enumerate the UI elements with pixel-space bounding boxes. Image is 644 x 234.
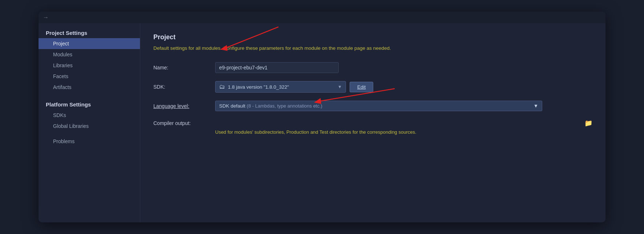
- sdk-value-text: 1.8 java version "1.8.0_322": [228, 84, 289, 90]
- sidebar-item-modules[interactable]: Modules: [39, 49, 140, 60]
- compiler-input-wrapper: 📁: [215, 119, 592, 127]
- language-level-dropdown[interactable]: SDK default (8 - Lambdas, type annotatio…: [215, 101, 542, 111]
- sidebar-item-sdks[interactable]: SDKs: [39, 110, 140, 121]
- sidebar-item-libraries[interactable]: Libraries: [39, 60, 140, 71]
- sidebar-item-global-libraries[interactable]: Global Libraries: [39, 121, 140, 132]
- sdk-dropdown[interactable]: 🗂 1.8 java version "1.8.0_322" ▼: [215, 81, 346, 93]
- language-level-hint: (8 - Lambdas, type annotations etc.): [247, 103, 322, 109]
- sidebar-item-project[interactable]: Project: [39, 38, 140, 49]
- edit-button[interactable]: Edit: [350, 82, 373, 92]
- project-settings-header: Project Settings: [39, 26, 140, 38]
- sdk-dropdown-arrow-icon: ▼: [338, 84, 342, 89]
- sdk-wrapper: 🗂 1.8 java version "1.8.0_322" ▼ Edit: [215, 81, 373, 93]
- sidebar: Project Settings Project Modules Librari…: [39, 23, 140, 222]
- project-description: Default settings for all modules. Config…: [153, 45, 592, 52]
- forward-arrow-icon: →: [43, 14, 49, 21]
- language-level-label: Language level:: [153, 103, 215, 109]
- sdk-label: SDK:: [153, 84, 215, 90]
- language-level-row: Language level: SDK default (8 - Lambdas…: [153, 101, 592, 111]
- sidebar-item-artifacts[interactable]: Artifacts: [39, 82, 140, 93]
- compiler-output-row: Compiler output: 📁: [153, 119, 592, 127]
- name-row: Name:: [153, 62, 592, 73]
- main-content: Project Settings Project Modules Librari…: [39, 23, 605, 222]
- compiler-output-label: Compiler output:: [153, 120, 215, 126]
- titlebar: →: [39, 12, 605, 23]
- sidebar-item-facets[interactable]: Facets: [39, 71, 140, 82]
- page-title: Project: [153, 33, 592, 41]
- project-settings-window: → Project Settings Project Modules Libra…: [39, 12, 605, 222]
- compiler-browse-icon[interactable]: 📁: [584, 119, 592, 127]
- language-level-value: SDK default: [219, 103, 245, 109]
- name-input[interactable]: [215, 62, 339, 73]
- sdk-row: SDK: 🗂 1.8 java version "1.8.0_322" ▼ Ed…: [153, 81, 592, 93]
- name-label: Name:: [153, 65, 215, 70]
- platform-settings-header: Platform Settings: [39, 98, 140, 110]
- sidebar-item-problems[interactable]: Problems: [39, 136, 140, 147]
- sdk-folder-icon: 🗂: [219, 84, 225, 90]
- main-panel: Project Default settings for all modules…: [140, 23, 605, 222]
- language-dropdown-arrow-icon: ▼: [534, 103, 538, 109]
- compiler-hint: Used for modules' subdirectories, Produc…: [215, 129, 592, 135]
